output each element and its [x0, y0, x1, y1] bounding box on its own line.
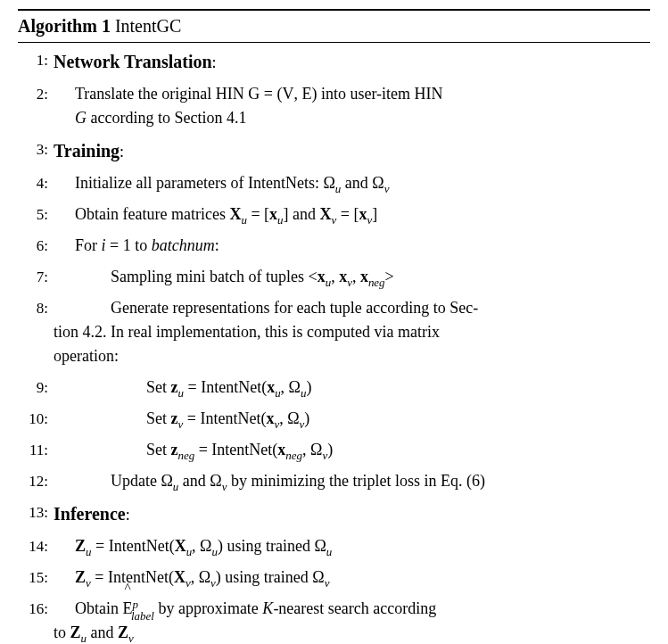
line-number: 15: — [18, 566, 48, 590]
sub-u: u — [186, 545, 192, 558]
rule-top — [18, 9, 650, 11]
sub-u: u — [212, 545, 218, 558]
sub-v: v — [128, 632, 134, 644]
line-number: 3: — [18, 137, 48, 161]
comma: , — [331, 268, 339, 285]
line-number: 4: — [18, 171, 48, 195]
algorithm-body: 1: Network Translation: 2: Translate the… — [18, 48, 650, 644]
text: Translate the original HIN — [75, 85, 248, 103]
line-number: 9: — [18, 376, 48, 400]
text: Update Ω — [111, 472, 173, 490]
X: X — [320, 205, 332, 223]
sub-u: u — [277, 213, 283, 227]
sub-u: u — [86, 545, 91, 558]
batchnum: batchnum — [152, 236, 215, 254]
sub-v: v — [186, 576, 191, 590]
algorithm-name: IntentGC — [111, 16, 181, 36]
text: -nearest search according — [273, 599, 436, 617]
line-number: 1: — [18, 48, 48, 72]
phase-heading: Network Translation — [54, 52, 212, 71]
com-omega: , Ω — [302, 441, 322, 458]
sub-neg: neg — [285, 449, 302, 462]
using: ) using trained Ω — [218, 537, 326, 555]
Z: Z — [75, 568, 86, 586]
sub-v: v — [347, 276, 352, 289]
sub-u: u — [326, 276, 331, 289]
sub-u: u — [241, 213, 246, 227]
x: x — [339, 268, 347, 285]
phase-heading: Inference — [54, 504, 126, 524]
line-content: Sampling mini batch of tuples <xu, xv, x… — [54, 265, 650, 289]
colon: : — [120, 143, 124, 161]
rp: ) — [327, 441, 333, 458]
text: ) into user-item HIN — [311, 85, 442, 103]
line-content: Set zneg = IntentNet(xneg, Ωv) — [54, 438, 650, 462]
line-number: 8: — [18, 296, 48, 320]
continuation: operation: — [54, 344, 650, 368]
Z: Z — [75, 537, 86, 555]
text: Obtain — [75, 599, 123, 617]
text: to — [54, 623, 70, 641]
sub-u: u — [335, 182, 341, 195]
phase-heading: Training — [54, 141, 120, 161]
sub-neg: neg — [368, 276, 385, 289]
text: Set — [146, 441, 171, 458]
Z: Z — [70, 623, 81, 641]
line-number: 7: — [18, 265, 48, 289]
rbracket: ] — [372, 205, 377, 223]
text: = 1 to — [106, 236, 152, 254]
text: by minimizing the triplet loss in Eq. (6… — [227, 472, 484, 490]
text: tion 4.2. In real implementation, this i… — [54, 323, 440, 341]
X: X — [229, 205, 241, 223]
text: For — [75, 236, 102, 254]
eq-bracket: = [ — [247, 205, 269, 223]
sub-neg: neg — [178, 449, 195, 462]
line-number: 12: — [18, 469, 48, 493]
sym-G: G — [75, 109, 87, 127]
colon: : — [215, 236, 219, 254]
sub-v: v — [178, 417, 184, 431]
comma: , — [352, 268, 360, 285]
text: and Ω — [341, 174, 383, 192]
sub-u: u — [178, 386, 184, 400]
sym-E-cal: E — [301, 85, 311, 103]
eq-bracket: = [ — [336, 205, 359, 223]
x: x — [318, 268, 326, 285]
gt: > — [385, 268, 394, 285]
sub-v: v — [384, 182, 390, 195]
com-omega: , Ω — [281, 378, 301, 396]
sub-v: v — [332, 213, 337, 227]
sub-u: u — [275, 386, 280, 400]
text: Generate representations for each tuple … — [111, 299, 478, 317]
sub-v: v — [274, 417, 279, 431]
com-omega: , Ω — [192, 537, 211, 555]
text: ] and — [284, 205, 320, 223]
sub-label: label — [131, 609, 154, 623]
sub-u: u — [81, 632, 87, 644]
sub-v: v — [322, 449, 327, 462]
line-number: 14: — [18, 534, 48, 558]
continuation: G according to Section 4.1 — [75, 106, 650, 130]
line-content: Obtain ^ E plabel by approximate K-neare… — [54, 597, 650, 644]
line-number: 6: — [18, 234, 48, 258]
intentnet: = IntentNet( — [91, 568, 174, 586]
sym-V-cal: V — [282, 85, 293, 103]
X: X — [175, 537, 186, 555]
intentnet: = IntentNet( — [92, 537, 175, 555]
text: Sampling mini batch of tuples < — [111, 268, 318, 285]
line-content: Training: — [54, 137, 650, 164]
text: and Ω — [178, 472, 221, 490]
com-omega: , Ω — [191, 568, 210, 586]
line-content: Network Translation: — [54, 48, 650, 75]
K: K — [262, 599, 273, 617]
z: z — [171, 441, 178, 458]
x: x — [267, 378, 275, 396]
X: X — [174, 568, 186, 586]
intentnet: = IntentNet( — [184, 378, 267, 396]
text: according to Section 4.1 — [87, 109, 246, 127]
z: z — [171, 378, 178, 396]
z: z — [171, 409, 178, 427]
intentnet: = IntentNet( — [183, 409, 266, 427]
sub-v: v — [222, 480, 227, 493]
line-number: 13: — [18, 500, 48, 524]
